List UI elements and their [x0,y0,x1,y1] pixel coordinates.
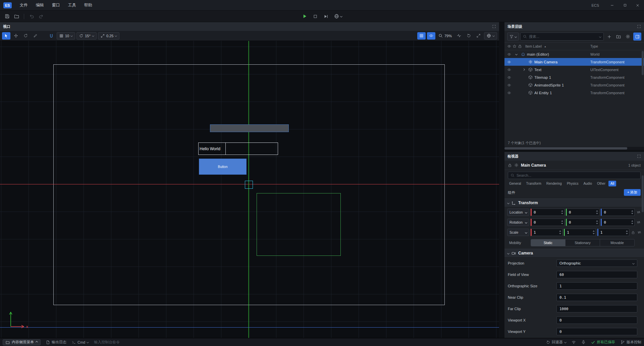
rotation-y-field[interactable] [566,219,600,226]
spinner-up-icon[interactable] [626,230,628,232]
location-y-field[interactable] [566,209,600,216]
console-command-input[interactable]: 输入控制台命令 [94,340,120,345]
hierarchy-expand-button[interactable] [637,24,641,28]
mobility-static[interactable]: Static [531,239,566,246]
menu-help[interactable]: 帮助 [80,0,96,10]
spinner-up-icon[interactable] [631,220,633,222]
spinner-down-icon[interactable] [626,233,628,234]
visibility-eye-icon[interactable] [507,75,514,79]
step-button[interactable] [322,12,330,21]
scale-z-field[interactable] [597,229,629,236]
visibility-eye-icon[interactable] [507,91,514,95]
far-clip-input[interactable] [556,305,637,312]
lock-icon[interactable] [508,163,512,167]
lock-icon[interactable] [518,44,522,48]
scrollbar-thumb[interactable] [504,147,627,150]
spinner-down-icon[interactable] [559,233,561,234]
maximize-button[interactable] [619,0,631,10]
camera-section-header[interactable]: Camera [504,249,644,257]
spinner-up-icon[interactable] [596,220,598,222]
mobility-stationary[interactable]: Stationary [566,239,600,246]
hierarchy-search[interactable] [520,33,604,41]
output-log-button[interactable]: 输出日志 [46,340,66,345]
rotation-dropdown[interactable]: Rotation [507,219,529,226]
uniform-scale-lock-button[interactable] [631,231,636,234]
column-item-label[interactable]: Item Label [525,44,542,48]
rotate-tool-button[interactable] [21,32,30,40]
stats-button[interactable] [455,32,463,40]
spinner-up-icon[interactable] [631,210,633,212]
tab-other[interactable]: Other [595,181,607,186]
spinner-up-icon[interactable] [561,210,563,212]
menu-file[interactable]: 文件 [16,0,32,10]
sprite-rect[interactable] [210,124,289,132]
scale-snap-dropdown[interactable]: 0.25 [98,32,119,40]
visibility-eye-icon[interactable] [507,83,514,87]
projection-select[interactable]: Orthographic [556,260,637,267]
undo-button[interactable] [27,12,36,21]
rotation-z-field[interactable] [601,219,635,226]
tab-rendering[interactable]: Rendering [544,181,564,186]
inspector-expand-button[interactable] [637,154,641,158]
reset-values-button[interactable] [636,220,641,224]
inspector-search[interactable] [508,172,641,179]
location-x-field[interactable] [531,209,565,216]
selection-box[interactable] [245,181,253,189]
spinner-up-icon[interactable] [561,220,563,222]
viewport-expand-button[interactable] [492,24,496,28]
grid-toggle-button[interactable] [417,32,426,40]
redo-button[interactable] [37,12,45,21]
spinner-down-icon[interactable] [631,213,633,214]
grid-snap-dropdown[interactable]: 10 [57,32,75,40]
save-button[interactable] [3,12,11,21]
transform-section-header[interactable]: Transform [504,198,644,207]
close-button[interactable] [631,0,644,10]
eye-icon[interactable] [507,44,511,48]
tab-audio[interactable]: Audio [581,181,594,186]
content-drawer-button[interactable]: 内容侧滑菜单 [3,339,41,345]
rotation-x-field[interactable] [531,219,565,226]
hierarchy-row-ai-entity[interactable]: AI Entity 1 TransformComponent [504,89,644,97]
filter-dropdown[interactable] [507,33,519,41]
menu-edit[interactable]: 编辑 [32,0,48,10]
expand-chevron-icon[interactable] [516,53,519,55]
inspector-search-input[interactable] [517,173,638,177]
hierarchy-search-input[interactable] [529,35,597,39]
hierarchy-row-main[interactable]: main (Editor) World [504,50,644,58]
add-component-button[interactable]: + 添加 [624,189,641,196]
rotate-snap-dropdown[interactable]: 15° [76,32,97,40]
menu-window[interactable]: 窗口 [48,0,64,10]
orthographic-size-input[interactable] [556,282,637,290]
play-button[interactable] [300,12,309,21]
hierarchy-row-text[interactable]: Text UITextComponent [504,66,644,73]
panel-layout-button[interactable] [633,33,641,41]
hierarchy-row-main-camera[interactable]: Main Camera TransformComponent [504,58,644,66]
viewport-canvas[interactable]: Hello World Button x [0,41,499,338]
spinner-up-icon[interactable] [593,230,595,232]
visibility-eye-icon[interactable] [507,60,514,64]
reset-values-button[interactable] [636,210,641,214]
spinner-down-icon[interactable] [631,223,633,224]
hierarchy-settings-button[interactable] [624,33,632,41]
scale-y-field[interactable] [564,229,596,236]
tab-all[interactable]: All [608,181,616,186]
cmd-dropdown[interactable]: Cmd [72,340,89,344]
star-icon[interactable] [513,44,517,48]
viewport-x-input[interactable] [556,316,637,324]
mobility-movable[interactable]: Movable [600,239,634,246]
menu-tools[interactable]: 工具 [64,0,80,10]
snap-toggle-button[interactable] [47,32,55,40]
spinner-down-icon[interactable] [561,213,563,214]
tilemap-bounds-rect[interactable] [257,193,341,256]
field-of-view-input[interactable] [556,271,637,278]
viewport-y-input[interactable] [556,328,637,335]
spinner-down-icon[interactable] [596,223,598,224]
version-control-button[interactable]: 版本控制 [621,340,641,345]
spinner-down-icon[interactable] [593,233,595,234]
hierarchy-row-animatedsprite[interactable]: AnimatedSprite 1 TransformComponent [504,81,644,89]
spinner-up-icon[interactable] [559,230,561,232]
inspector-vertical-scrollbar[interactable] [642,175,644,212]
canvas-ui-button[interactable]: Button [199,159,247,175]
minimize-button[interactable] [606,0,619,10]
scale-x-field[interactable] [531,229,562,236]
